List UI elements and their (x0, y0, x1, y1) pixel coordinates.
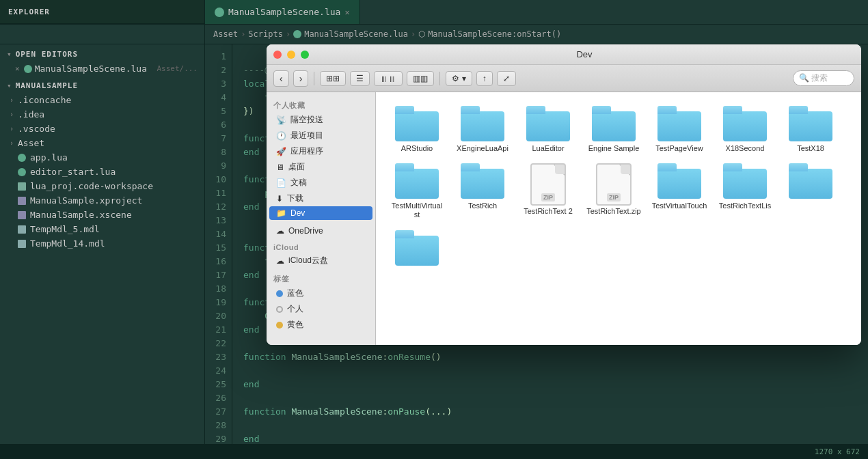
breadcrumb-file-icon (293, 30, 301, 38)
dev-label: Dev (290, 208, 305, 218)
tab-file-icon (215, 8, 224, 17)
fullscreen-button[interactable]: ⤢ (497, 71, 516, 86)
finder-item-enginesample[interactable]: Engine Sample (584, 103, 644, 155)
finder-title: Dev (314, 49, 854, 59)
mdl5-icon (18, 225, 26, 234)
traffic-green[interactable] (301, 51, 309, 59)
forward-button[interactable]: › (293, 70, 309, 87)
icloud-section-label: iCloud (267, 238, 375, 253)
zip2-label: TestRichText.zip (586, 207, 640, 215)
share-button[interactable]: ↑ (476, 71, 493, 86)
xscene-label: ManualSample.xscene (30, 210, 132, 220)
breadcrumb-sep1: › (241, 29, 245, 39)
finder-item-extra1[interactable] (781, 161, 841, 201)
breadcrumb-file: ManualSampleScene.lua (304, 29, 408, 39)
breadcrumb: Asset › Scripts › ManualSampleScene.lua … (205, 25, 569, 44)
finder-item-testmulti[interactable]: TestMultiVirtualst (387, 161, 447, 222)
manualsample-section-header[interactable]: ▾ MANUALSAMPLE (0, 76, 204, 93)
airdrop-icon: 📡 (276, 115, 286, 125)
file-app-lua[interactable]: app.lua (0, 150, 204, 165)
folder-vscode[interactable]: › .vscode (0, 122, 204, 136)
finder-item-zip1[interactable]: ZIP TestRichText 2 (518, 161, 578, 219)
finder-item-luaeditor[interactable]: LuaEditor (518, 103, 578, 155)
file-explorer-sidebar: ▾ OPEN EDITORS ✕ ManualSampleScene.lua A… (0, 44, 205, 444)
asset-label: Asset (18, 138, 44, 148)
folder-arstudio-label: ARStudio (401, 144, 433, 152)
finder-item-testpageview[interactable]: TestPageView (649, 103, 709, 155)
open-editor-close-icon[interactable]: ✕ (15, 64, 20, 73)
finder-search-box[interactable]: 🔍 搜索 (793, 70, 854, 86)
view-gallery-button[interactable]: ▥▥ (407, 71, 434, 86)
finder-item-zip2[interactable]: ZIP TestRichText.zip (584, 161, 644, 218)
finder-item-xenginelua[interactable]: XEngineLuaApi (452, 103, 513, 155)
view-column-button[interactable]: ⫼⫼ (374, 71, 403, 86)
applications-icon: 🚀 (276, 147, 286, 156)
applications-item[interactable]: 🚀 应用程序 (269, 143, 372, 159)
tag-blue-dot (276, 290, 283, 297)
recents-icon: 🕐 (276, 131, 286, 141)
open-editor-item[interactable]: ✕ ManualSampleScene.lua Asset/... (0, 61, 204, 76)
status-bar: 868 x 459 (0, 444, 868, 459)
recents-item[interactable]: 🕐 最近项目 (269, 128, 372, 143)
folder-xenginelua-icon (461, 106, 504, 141)
icloud-drive-item[interactable]: ☁ iCloud云盘 (269, 253, 372, 268)
file-editor-start[interactable]: editor_start.lua (0, 165, 204, 179)
folder-luaeditor-icon (526, 106, 570, 141)
finder-item-testx18[interactable]: TestX18 (781, 103, 841, 155)
folder-luaeditor-label: LuaEditor (532, 144, 564, 152)
file-mdl14[interactable]: TempMdl_14.mdl (0, 236, 204, 251)
folder-arstudio-icon (395, 106, 439, 141)
tag-blue[interactable]: 蓝色 (269, 286, 372, 301)
explorer-header: EXPLORER (8, 8, 50, 16)
file-xscene[interactable]: ManualSample.xscene (0, 208, 204, 222)
file-xproject[interactable]: ManualSample.xproject (0, 193, 204, 208)
chevron-idea: › (10, 111, 14, 118)
folder-idea[interactable]: › .idea (0, 107, 204, 122)
file-mdl5[interactable]: TempMdl_5.mdl (0, 222, 204, 236)
view-icons-button[interactable]: ⊞⊞ (320, 71, 346, 86)
finder-item-extra2[interactable] (387, 227, 447, 268)
airdrop-item[interactable]: 📡 隔空投送 (269, 112, 372, 128)
folder-iconcache[interactable]: › .iconcache (0, 93, 204, 107)
back-button[interactable]: ‹ (273, 70, 289, 87)
folder-enginesample-label: Engine Sample (588, 144, 640, 152)
zip1-icon: ZIP (530, 163, 566, 206)
folder-testrich-label: TestRich (468, 201, 497, 210)
finder-toolbar: ‹ › ⊞⊞ ☰ ⫼⫼ ▥▥ ⚙ ▾ ↑ ⤢ 🔍 搜索 (267, 65, 861, 92)
dev-sidebar-item[interactable]: 📁 Dev (269, 206, 372, 220)
editor-tab[interactable]: ManualSampleScene.lua ✕ (205, 0, 360, 24)
tag-yellow[interactable]: 黄色 (269, 317, 372, 333)
view-list-button[interactable]: ☰ (350, 71, 370, 86)
documents-item[interactable]: 📄 文稿 (269, 175, 372, 191)
finder-body: 个人收藏 📡 隔空投送 🕐 最近项目 🚀 应用程序 🖥 (267, 92, 861, 345)
open-editors-section-header[interactable]: ▾ OPEN EDITORS (0, 44, 204, 61)
folder-x18second-icon (723, 106, 767, 141)
tab-close-icon[interactable]: ✕ (344, 8, 349, 17)
downloads-item[interactable]: ⬇ 下载 (269, 191, 372, 206)
dev-icon: 📁 (276, 208, 286, 218)
chevron-asset: › (10, 139, 14, 147)
folder-testrichtextlis-label: TestRichTextLis (719, 201, 771, 210)
breadcrumb-sep2: › (286, 29, 290, 39)
finder-item-x18second[interactable]: X18Second (715, 103, 775, 155)
finder-window[interactable]: Dev ‹ › ⊞⊞ ☰ ⫼⫼ ▥▥ ⚙ ▾ ↑ ⤢ 🔍 搜索 (267, 44, 861, 345)
finder-item-testrich[interactable]: TestRich (452, 161, 513, 212)
traffic-yellow[interactable] (287, 51, 295, 59)
finder-item-arstudio[interactable]: ARStudio (387, 103, 447, 155)
manualsample-chevron: ▾ (7, 81, 12, 90)
onedrive-item[interactable]: ☁ OneDrive (269, 224, 372, 238)
workspace-label: lua_proj.code-workspace (30, 181, 153, 191)
folder-testpageview-icon (657, 106, 701, 141)
documents-icon: 📄 (276, 178, 286, 188)
workspace-icon (18, 182, 26, 191)
file-workspace[interactable]: lua_proj.code-workspace (0, 179, 204, 193)
desktop-item[interactable]: 🖥 桌面 (269, 159, 372, 175)
traffic-red[interactable] (273, 51, 282, 59)
tag-personal[interactable]: 个人 (269, 301, 372, 317)
finder-item-testrichtextlis[interactable]: TestRichTextLis (715, 161, 775, 212)
finder-item-testvirtual[interactable]: TestVirtualTouch (649, 161, 709, 212)
folder-asset[interactable]: › Asset (0, 136, 204, 150)
breadcrumb-sep3: › (411, 29, 416, 39)
action-button[interactable]: ⚙ ▾ (446, 71, 472, 86)
onedrive-icon: ☁ (276, 226, 284, 236)
